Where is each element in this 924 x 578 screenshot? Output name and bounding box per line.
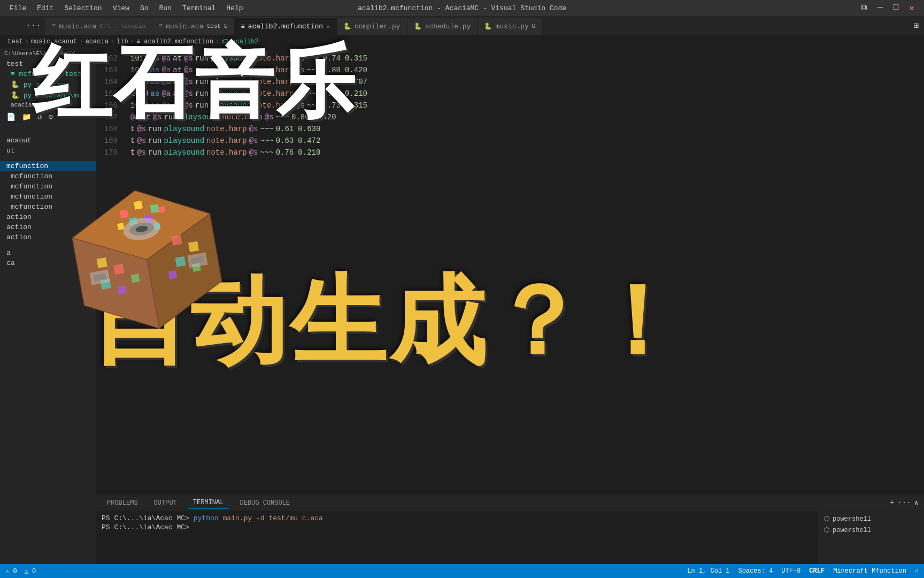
breadcrumb-lib[interactable]: lib <box>117 38 128 45</box>
shell-item-2[interactable]: ⬡ powershell <box>822 524 920 536</box>
sidebar-path: C:\Users\E\AppData\V... <box>0 48 96 59</box>
terminal-body: PS C:\...\ia\Acac MC> python main.py -d … <box>96 511 924 564</box>
sidebar-item-mcfunction-3[interactable]: mcfunction <box>0 181 96 192</box>
menu-terminal[interactable]: Terminal <box>178 3 220 13</box>
breadcrumb-test[interactable]: test <box>7 38 23 45</box>
tab-icon: ≡ <box>159 22 163 30</box>
close-button[interactable]: ✕ <box>905 3 919 13</box>
sidebar-item-test[interactable]: test <box>0 59 96 69</box>
minimize-button[interactable]: ⧉ <box>857 3 871 13</box>
statusbar-cursor-position[interactable]: Ln 1, Col 1 <box>687 567 729 575</box>
breadcrumb-acacia[interactable]: acacia <box>86 38 109 45</box>
sidebar-item-acaciamc-modules[interactable]: acaciamc\modules <box>0 101 96 109</box>
sidebar-item-ut[interactable]: ut <box>0 146 96 156</box>
sidebar-item-mcfunction-4[interactable]: mcfunction <box>0 192 96 202</box>
tab-sublabel: test <box>206 23 220 29</box>
tab-music-aca-test[interactable]: ≡ music.aca test U <box>152 18 234 35</box>
menu-help[interactable]: Help <box>222 3 247 13</box>
statusbar-right: Ln 1, Col 1 Spaces: 4 UTF-8 CRLF Minecra… <box>687 567 919 575</box>
split-editor-button[interactable]: ⊞ <box>908 20 924 31</box>
sidebar-item-action-1[interactable]: action <box>0 212 96 222</box>
code-line-164: 1024 as @a at @s run playsound note.harp… <box>130 76 924 88</box>
shell-icon-2: ⬡ <box>824 526 829 534</box>
new-file-icon[interactable]: 📄 <box>4 111 18 123</box>
menu-edit[interactable]: Edit <box>33 3 58 13</box>
tab-label: music.py <box>495 22 528 31</box>
sidebar-item-py-modules[interactable]: 🐍 py acaciamc\modules <box>0 90 96 101</box>
tab-acalib2[interactable]: ≡ acalib2.mcfunction ✕ <box>235 18 337 35</box>
tab-music-py[interactable]: 🐍 music.py U <box>478 18 542 35</box>
window-controls: ⧉ — □ ✕ <box>857 3 919 13</box>
terminal-tab-bar: PROBLEMS OUTPUT TERMINAL DEBUG CONSOLE +… <box>96 495 924 511</box>
terminal-line-2: PS C:\...\ia\Acac MC> <box>102 523 812 531</box>
tab-compiler[interactable]: 🐍 compiler.py <box>337 18 407 35</box>
tab-label: compiler.py <box>355 22 401 31</box>
sidebar-item-a[interactable]: a <box>0 248 96 258</box>
code-editor[interactable]: 162 163 164 165 166 167 168 169 170 1018… <box>96 48 924 495</box>
restore-button[interactable]: — <box>873 3 887 13</box>
breadcrumb-acalib2-mcfunction[interactable]: ≡ acalib2.mcfunction <box>136 38 213 45</box>
tab-label: music.aca <box>59 22 96 31</box>
tab-terminal[interactable]: TERMINAL <box>188 497 229 509</box>
breadcrumb-acalib2[interactable]: 🏷 acalib2 <box>221 37 259 45</box>
terminal-prompt: PS C:\...\ia\Acac MC> <box>102 514 189 522</box>
tab-output[interactable]: OUTPUT <box>149 497 182 509</box>
menu-run[interactable]: Run <box>155 3 175 13</box>
sidebar-item-action-3[interactable]: action <box>0 232 96 242</box>
statusbar-language-mode[interactable]: Minecraft Mfunction <box>833 567 906 575</box>
terminal-minimize-button[interactable]: ∧ <box>914 498 919 507</box>
breadcrumb-music-acaout[interactable]: music.acaout <box>31 38 77 45</box>
sidebar-item-mcfunction-active[interactable]: mcfunction <box>0 161 96 171</box>
terminal-more-button[interactable]: ··· <box>897 498 911 507</box>
main-area: C:\Users\E\AppData\V... test ≡ mcfunctio… <box>0 48 924 564</box>
tab-icon: 🐍 <box>414 22 422 31</box>
tab-label: music.aca <box>166 22 203 31</box>
menu-bar: File Edit Selection View Go Run Terminal… <box>5 3 248 13</box>
tab-modified-indicator: U <box>532 23 536 29</box>
sidebar: C:\Users\E\AppData\V... test ≡ mcfunctio… <box>0 48 96 564</box>
sidebar-item-mcfunction-2[interactable]: mcfunction <box>0 171 96 181</box>
statusbar-encoding[interactable]: UTF-8 <box>781 567 800 575</box>
titlebar: File Edit Selection View Go Run Terminal… <box>0 0 924 16</box>
menu-go[interactable]: Go <box>136 3 153 13</box>
statusbar-sync-icon[interactable]: ⑁ <box>915 567 919 575</box>
menu-view[interactable]: View <box>109 3 134 13</box>
terminal-add-button[interactable]: + <box>890 498 894 507</box>
shell-label-1: powershell <box>833 515 871 523</box>
tab-icon: ≡ <box>52 22 56 30</box>
statusbar-line-ending[interactable]: CRLF <box>809 567 825 575</box>
tab-schedule[interactable]: 🐍 schedule.py <box>407 18 478 35</box>
tab-debug-console[interactable]: DEBUG CONSOLE <box>234 497 295 509</box>
code-line-166: 1028 as @a at @s run playsound note.harp… <box>130 100 924 111</box>
menu-file[interactable]: File <box>5 3 30 13</box>
shell-item-1[interactable]: ⬡ powershell <box>822 513 920 524</box>
sidebar-toolbar: 📄 📁 ↺ ⊖ <box>0 109 96 125</box>
terminal-command: python <box>194 514 219 522</box>
sidebar-item-mcfunction-5[interactable]: mcfunction <box>0 202 96 212</box>
refresh-icon[interactable]: ↺ <box>35 111 44 123</box>
terminal-line-1: PS C:\...\ia\Acac MC> python main.py -d … <box>102 514 812 522</box>
tab-path: C:\...\acacia <box>99 23 145 29</box>
maximize-button[interactable]: □ <box>889 3 903 13</box>
menu-selection[interactable]: Selection <box>60 3 106 13</box>
sidebar-item-ca[interactable]: ca <box>0 258 96 268</box>
tab-close-icon[interactable]: ✕ <box>326 23 330 30</box>
code-line-167: @a at @s run playsound note.harp @s ~~~ … <box>130 111 924 123</box>
tab-more-button[interactable]: ··· <box>21 21 45 31</box>
statusbar-errors[interactable]: ⚠ 0 <box>5 567 17 575</box>
terminal-content-area[interactable]: PS C:\...\ia\Acac MC> python main.py -d … <box>96 511 817 564</box>
sidebar-item-acaout[interactable]: acaout <box>0 135 96 146</box>
statusbar-spaces[interactable]: Spaces: 4 <box>738 567 773 575</box>
terminal-prompt: PS C:\...\ia\Acac MC> <box>102 523 189 531</box>
tab-icon: 🐍 <box>343 22 351 31</box>
sidebar-spacer <box>0 125 96 135</box>
sidebar-item-mcfunction-test[interactable]: ≡ mcfunction test\mu <box>0 69 96 79</box>
statusbar-warnings[interactable]: △ 0 <box>25 567 36 575</box>
sidebar-item-action-2[interactable]: action <box>0 222 96 232</box>
tab-problems[interactable]: PROBLEMS <box>102 497 143 509</box>
window-title: acalib2.mcfunction - AcaciaMC - Visual S… <box>358 4 566 12</box>
collapse-icon[interactable]: ⊖ <box>46 111 55 123</box>
tab-music-aca-1[interactable]: ≡ music.aca C:\...\acacia <box>45 18 152 35</box>
sidebar-item-py-acaciamc[interactable]: 🐍 py acaciamc <box>0 79 96 90</box>
new-folder-icon[interactable]: 📁 <box>20 111 33 123</box>
